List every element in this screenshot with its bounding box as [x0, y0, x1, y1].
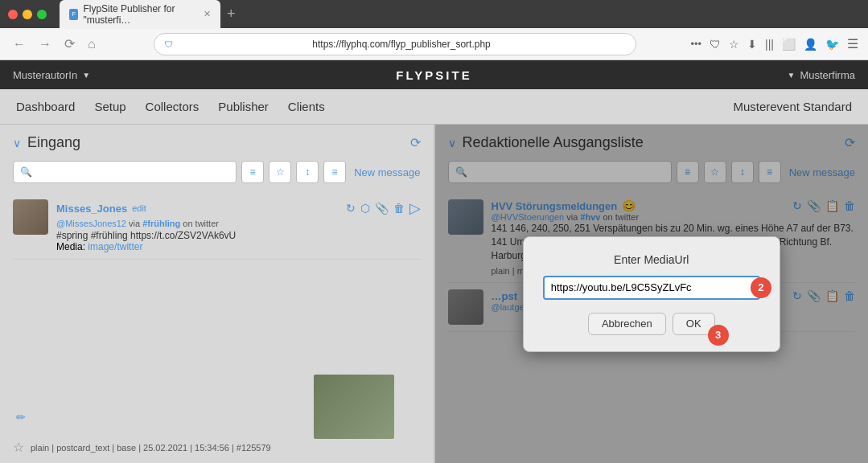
left-platform: on twitter [183, 219, 219, 228]
left-media-link[interactable]: image/twitter [88, 241, 142, 252]
app-header: MusterautorIn ▼ FlypSite ▼ Musterfirma [0, 60, 868, 89]
trash-icon[interactable]: 🗑 [393, 202, 405, 215]
recycle-icon[interactable]: ↻ [346, 202, 356, 215]
tag-icon[interactable]: ⬡ [360, 202, 370, 215]
left-search-icon: 🔍 [20, 166, 32, 178]
left-star-btn[interactable]: ☆ [269, 161, 291, 183]
download-icon[interactable]: ⬇ [747, 38, 757, 51]
left-message-header: Misses_Jones edit ↻ ⬡ 📎 🗑 ▷ [56, 199, 421, 217]
left-star-icon[interactable]: ☆ [13, 440, 24, 455]
tab-title: FlypSite Publisher for "musterfi… [83, 3, 199, 26]
left-message-media: Media: image/twitter [56, 241, 421, 252]
tab-manager-icon[interactable]: ⬜ [782, 38, 796, 51]
shield-icon: 🛡 [710, 38, 721, 51]
main-content: ∨ Eingang ⟳ 🔍 ≡ ☆ ↕ ≡ New message Misses… [0, 125, 868, 463]
more-button[interactable]: ••• [690, 38, 701, 50]
extensions-icon[interactable]: 🐦 [825, 38, 839, 51]
menu-icon[interactable]: ☰ [847, 36, 858, 51]
left-filter-btn[interactable]: ≡ [323, 161, 346, 183]
left-panel: ∨ Eingang ⟳ 🔍 ≡ ☆ ↕ ≡ New message Misses… [0, 125, 434, 463]
left-search-input[interactable]: 🔍 [13, 161, 237, 183]
brand-text: FlypSite [396, 68, 471, 82]
ok-label: OK [686, 318, 701, 330]
app-brand: FlypSite [396, 68, 471, 82]
nav-bar: Dashboard Setup Collectors Publisher Cli… [0, 89, 868, 125]
nav-clients[interactable]: Clients [288, 100, 325, 113]
play-icon[interactable]: ▷ [409, 199, 421, 217]
company-name: Musterfirma [800, 69, 855, 81]
left-message-source: @MissesJones12 via #frühling on twitter [56, 219, 421, 228]
ok-button[interactable]: OK 3 [673, 313, 715, 335]
left-via-text: via [129, 219, 140, 228]
user-menu[interactable]: MusterautorIn ▼ [13, 69, 90, 81]
left-message-item: Misses_Jones edit ↻ ⬡ 📎 🗑 ▷ @MissesJones… [13, 193, 421, 260]
left-hashtag[interactable]: #frühling [142, 219, 180, 228]
maximize-button[interactable] [37, 10, 47, 19]
traffic-lights [8, 10, 47, 19]
dialog-buttons: Abbrechen OK 3 [543, 313, 760, 335]
dialog-input-wrapper: 2 [543, 276, 760, 300]
left-message-author[interactable]: Misses_Jones [56, 203, 127, 215]
right-panel: ∨ Redaktionelle Ausgangsliste ⟳ 🔍 ≡ ☆ ↕ … [435, 125, 869, 463]
close-button[interactable] [8, 10, 18, 19]
security-icon: 🛡 [164, 39, 173, 49]
left-message-actions: ↻ ⬡ 📎 🗑 ▷ [346, 199, 421, 217]
tab-close-icon[interactable]: ✕ [204, 9, 211, 19]
address-bar: ← → ⟳ ⌂ 🛡 https://flyphq.com/flyp_publis… [0, 28, 868, 60]
left-message-body: #spring #frühling https://t.co/ZSV2VAk6v… [56, 230, 421, 241]
left-list-btn[interactable]: ≡ [241, 161, 264, 183]
nav-collectors[interactable]: Collectors [146, 100, 200, 113]
left-new-message-button[interactable]: New message [354, 166, 420, 178]
left-message-content: Misses_Jones edit ↻ ⬡ 📎 🗑 ▷ @MissesJones… [56, 199, 421, 252]
company-menu[interactable]: ▼ Musterfirma [787, 69, 855, 81]
left-sort-btn[interactable]: ↕ [296, 161, 319, 183]
dialog-overlay: Enter MediaUrl 2 Abbrechen OK 3 [435, 125, 869, 463]
user-chevron-icon: ▼ [82, 71, 90, 80]
url-text: https://flyphq.com/flyp_publisher_sort.p… [178, 39, 626, 50]
nav-setup[interactable]: Setup [94, 100, 125, 113]
edit-pencil-icon[interactable]: ✏ [16, 410, 26, 424]
left-panel-title: Eingang [27, 134, 80, 151]
tab-bar: F FlypSite Publisher for "musterfi… ✕ + [60, 0, 860, 29]
back-button[interactable]: ← [10, 35, 29, 53]
bookmark-icon[interactable]: ☆ [729, 38, 739, 51]
forward-button[interactable]: → [35, 35, 55, 53]
company-chevron-icon: ▼ [787, 71, 795, 80]
minimize-button[interactable] [23, 10, 32, 19]
account-icon[interactable]: 👤 [804, 38, 817, 51]
media-url-dialog: Enter MediaUrl 2 Abbrechen OK 3 [523, 236, 780, 352]
browser-actions: ••• 🛡 ☆ ⬇ ||| ⬜ 👤 🐦 ☰ [690, 36, 858, 51]
active-tab[interactable]: F FlypSite Publisher for "musterfi… ✕ [60, 0, 220, 29]
event-label: Musterevent Standard [733, 100, 852, 113]
paperclip-icon[interactable]: 📎 [375, 202, 389, 215]
dialog-title: Enter MediaUrl [543, 253, 760, 266]
media-url-input[interactable] [543, 276, 760, 300]
left-message-footer: plain | postcard_text | base | 25.02.202… [31, 443, 271, 453]
nav-dashboard[interactable]: Dashboard [16, 100, 75, 113]
left-message-handle[interactable]: @MissesJones12 [56, 219, 126, 228]
left-toolbar: 🔍 ≡ ☆ ↕ ≡ New message [13, 161, 421, 183]
browser-chrome: F FlypSite Publisher for "musterfi… ✕ + [0, 0, 868, 28]
cancel-button[interactable]: Abbrechen [588, 313, 666, 335]
tab-favicon: F [69, 9, 78, 20]
left-message-edit-icon[interactable]: edit [132, 203, 146, 213]
left-panel-chevron[interactable]: ∨ [13, 137, 21, 150]
home-button[interactable]: ⌂ [84, 35, 99, 53]
username: MusterautorIn [13, 69, 77, 81]
nav-publisher[interactable]: Publisher [218, 100, 269, 113]
reload-button[interactable]: ⟳ [61, 35, 78, 53]
left-panel-header: ∨ Eingang ⟳ [13, 134, 421, 151]
library-icon[interactable]: ||| [765, 38, 774, 51]
left-body-text: #spring #frühling https://t.co/ZSV2VAk6v… [56, 230, 236, 241]
left-message-avatar [13, 199, 48, 235]
left-refresh-icon[interactable]: ⟳ [410, 135, 421, 150]
left-footer-row: ☆ plain | postcard_text | base | 25.02.2… [13, 440, 271, 455]
new-tab-button[interactable]: + [227, 6, 236, 23]
message-thumbnail [314, 375, 394, 439]
step-3-badge: 3 [708, 325, 729, 346]
step-2-badge: 2 [751, 277, 771, 298]
url-bar[interactable]: 🛡 https://flyphq.com/flyp_publisher_sort… [154, 33, 636, 55]
